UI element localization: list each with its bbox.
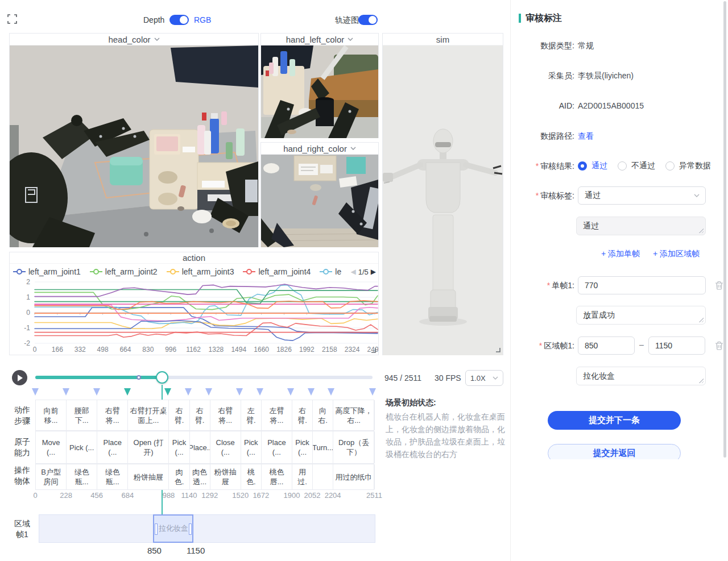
object-cell[interactable]: 粉饼抽屉 xyxy=(128,464,169,489)
keyframe-marker-2204[interactable] xyxy=(328,388,334,396)
speed-select[interactable]: 1.0X xyxy=(465,370,503,386)
radio-abnormal[interactable] xyxy=(665,161,675,171)
atomic-skill-cell[interactable]: Pick (... xyxy=(292,431,313,463)
action-step-cell[interactable]: 右臂. xyxy=(190,400,210,430)
submit-return-button[interactable]: 提交并返回 xyxy=(548,444,681,459)
region-band-track[interactable]: 拉化妆盒 xyxy=(39,514,375,543)
action-step-cell[interactable]: 左臂. xyxy=(241,400,262,430)
view-data-path-link[interactable]: 查看 xyxy=(578,131,594,142)
add-region-frame-link[interactable]: + 添加区域帧 xyxy=(653,249,700,259)
object-cell[interactable]: B户型房间 xyxy=(36,464,67,489)
atomic-skill-cell[interactable]: Place (... xyxy=(262,431,292,463)
keyframe-marker-1140[interactable] xyxy=(185,388,192,396)
add-single-frame-link[interactable]: + 添加单帧 xyxy=(601,249,640,259)
action-step-cell[interactable]: 右臂将... xyxy=(210,400,241,430)
action-step-cell[interactable]: 高度下降，右... xyxy=(333,400,375,430)
head-camera-photo xyxy=(10,45,258,247)
legend-item-le[interactable]: le xyxy=(320,267,341,276)
legend-item-left_arm_joint2[interactable]: left_arm_joint2 xyxy=(90,267,158,276)
atomic-skill-cell[interactable]: Turn... xyxy=(313,431,333,463)
atomic-skill-cell[interactable]: Open (打开) xyxy=(128,431,169,463)
radio-fail-label[interactable]: 不通过 xyxy=(631,161,655,171)
action-step-cell[interactable]: 向前移... xyxy=(36,400,67,430)
region-start-input[interactable]: 850 xyxy=(578,336,635,355)
action-step-cell[interactable]: 右臂. xyxy=(169,400,190,430)
keyframe-marker-0[interactable] xyxy=(32,388,39,396)
region-end-input[interactable]: 1150 xyxy=(648,336,705,355)
review-tag-select[interactable]: 通过 xyxy=(578,186,706,205)
keyframe-marker-1520[interactable] xyxy=(236,388,243,396)
object-cell[interactable]: 肉色. xyxy=(169,464,190,489)
object-cell[interactable]: 用过. xyxy=(292,464,313,489)
keyframe-marker-2511[interactable] xyxy=(369,388,376,396)
single-frame-input[interactable]: 770 xyxy=(578,276,706,294)
textarea-resize-icon[interactable] xyxy=(698,317,704,322)
object-cell[interactable]: 桃色. xyxy=(241,464,262,489)
play-button[interactable] xyxy=(12,370,27,385)
action-step-cell[interactable]: 右臂打开桌面上... xyxy=(128,400,169,430)
delete-region-frame-icon[interactable] xyxy=(715,341,723,350)
object-cell[interactable] xyxy=(313,464,333,489)
keyframe-marker-456[interactable] xyxy=(93,388,100,396)
keyframe-marker-228[interactable] xyxy=(63,388,69,396)
single-frame-note-textarea[interactable]: 放置成功 xyxy=(576,306,706,325)
legend-series-icon xyxy=(13,269,26,275)
atomic-skill-cell[interactable]: Drop（丢下） xyxy=(333,431,375,463)
region-frame-note-textarea[interactable]: 拉化妆盒 xyxy=(576,367,706,385)
radio-fail[interactable] xyxy=(618,161,627,171)
keyframe-marker-1900[interactable] xyxy=(287,388,294,396)
textarea-resize-icon[interactable] xyxy=(698,378,704,383)
keyframe-marker-1672[interactable] xyxy=(257,388,263,396)
keyframe-marker-988[interactable] xyxy=(164,388,171,396)
keyframe-marker-2052[interactable] xyxy=(308,388,315,396)
keyframe-marker-1292[interactable] xyxy=(205,388,212,396)
svg-text:166: 166 xyxy=(52,346,63,354)
object-cell[interactable]: 绿色瓶... xyxy=(67,464,97,489)
single-frame-dot[interactable] xyxy=(136,375,141,380)
action-step-cell[interactable]: 向右. xyxy=(313,400,333,430)
object-cell[interactable]: 粉饼抽屉 xyxy=(210,464,241,489)
delete-single-frame-icon[interactable] xyxy=(715,281,723,290)
legend-item-left_arm_joint4[interactable]: left_arm_joint4 xyxy=(243,267,311,276)
trajectory-toggle[interactable] xyxy=(358,15,378,25)
region-band-segment[interactable]: 拉化妆盒 xyxy=(153,514,193,543)
resize-handle-icon[interactable] xyxy=(370,347,376,353)
radio-pass-label[interactable]: 通过 xyxy=(592,161,607,171)
radio-pass[interactable] xyxy=(578,161,587,171)
legend-item-left_arm_joint1[interactable]: left_arm_joint1 xyxy=(13,267,81,276)
object-cell[interactable]: 桃色唇... xyxy=(262,464,292,489)
depth-rgb-toggle[interactable] xyxy=(169,15,189,25)
svg-text:1660: 1660 xyxy=(254,346,269,354)
action-step-cell[interactable]: 右臂. xyxy=(292,400,313,430)
legend-item-left_arm_joint3[interactable]: left_arm_joint3 xyxy=(167,267,234,276)
radio-abnormal-label[interactable]: 异常数据 xyxy=(679,161,711,171)
legend-next-icon[interactable]: ▶ xyxy=(371,268,376,276)
timeline-slider-handle[interactable] xyxy=(156,371,168,384)
fullscreen-icon[interactable] xyxy=(7,14,17,24)
hand-right-camera-title[interactable]: hand_right_color xyxy=(261,143,378,155)
head-camera-title[interactable]: head_color xyxy=(10,34,258,45)
resize-handle-icon[interactable] xyxy=(495,347,500,352)
object-cell[interactable]: 肉色透... xyxy=(190,464,210,489)
atomic-skill-cell[interactable]: Pick (... xyxy=(169,431,190,463)
textarea-resize-icon[interactable] xyxy=(698,228,704,233)
action-step-cell[interactable]: 左臂将... xyxy=(262,400,292,430)
keyframe-marker-684[interactable] xyxy=(124,388,131,396)
action-step-cell[interactable]: 右臂将... xyxy=(97,400,128,430)
scrollbar[interactable] xyxy=(723,1,726,458)
atomic-skill-cell[interactable]: Pick (... xyxy=(67,431,97,463)
atomic-skill-cell[interactable]: Pick (... xyxy=(241,431,262,463)
region-handle-right[interactable] xyxy=(189,523,192,535)
review-comment-textarea[interactable]: 通过 xyxy=(576,217,706,235)
atomic-skill-cell[interactable]: Place (... xyxy=(97,431,128,463)
atomic-skill-cell[interactable]: Place.. xyxy=(190,431,210,463)
submit-next-button[interactable]: 提交并下一条 xyxy=(548,411,681,430)
action-step-cell[interactable]: 腰部下... xyxy=(67,400,97,430)
atomic-skill-cell[interactable]: Move (... xyxy=(36,431,67,463)
atomic-skill-cell[interactable]: Close (... xyxy=(210,431,241,463)
object-cell[interactable]: 用过的纸巾 xyxy=(333,464,375,489)
region-handle-left[interactable] xyxy=(155,523,158,535)
hand-left-camera-title[interactable]: hand_left_color xyxy=(261,34,378,45)
object-cell[interactable]: 绿色瓶... xyxy=(97,464,128,489)
legend-prev-icon[interactable]: ◀ xyxy=(350,268,355,276)
